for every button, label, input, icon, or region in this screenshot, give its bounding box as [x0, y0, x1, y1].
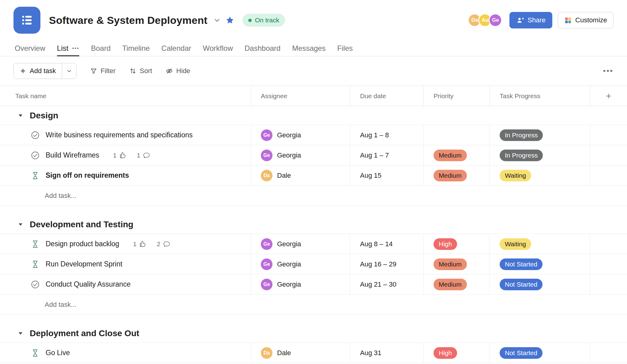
task-name[interactable]: Design product backlog [46, 240, 119, 248]
favorite-star-icon[interactable] [225, 16, 235, 25]
check-circle-icon[interactable] [31, 280, 40, 289]
column-header-priority[interactable]: Priority [424, 86, 490, 106]
check-circle-icon[interactable] [31, 151, 40, 160]
customize-button[interactable]: Customize [558, 12, 614, 28]
member-avatar-ge[interactable]: Ge [489, 13, 502, 27]
section-header-design[interactable]: Design [0, 106, 627, 125]
priority-badge[interactable]: Medium [434, 258, 467, 270]
tab-overview[interactable]: Overview [15, 40, 45, 56]
task-progress-cell[interactable]: Not Started [490, 343, 590, 363]
section-chevron-icon[interactable] [17, 330, 24, 337]
task-progress-cell[interactable]: Waiting [490, 165, 590, 185]
task-name[interactable]: Go Live [46, 349, 70, 357]
tab-timeline[interactable]: Timeline [122, 40, 150, 56]
like-count-badge[interactable]: 1 [113, 151, 127, 159]
hourglass-icon[interactable] [31, 240, 40, 249]
due-date-cell[interactable]: Aug 16 – 29 [350, 254, 424, 274]
priority-cell[interactable]: Medium [424, 165, 490, 185]
due-date-cell[interactable]: Aug 1 – 8 [350, 125, 424, 145]
tab-calendar[interactable]: Calendar [161, 40, 191, 56]
task-progress-badge[interactable]: Waiting [500, 238, 531, 250]
hide-button[interactable]: Hide [166, 67, 190, 75]
priority-badge[interactable]: Medium [434, 150, 467, 161]
assignee-cell[interactable]: GeGeorgia [251, 145, 350, 165]
task-progress-cell[interactable]: Waiting [490, 234, 590, 254]
task-row-write-business-requirements-and-specifications[interactable]: Write business requirements and specific… [0, 125, 627, 145]
task-row-go-live[interactable]: Go LiveDaDaleAug 31HighNot Started [0, 343, 627, 363]
due-date-cell[interactable]: Aug 31 [350, 343, 424, 363]
section-header-deployment-and-close-out[interactable]: Deployment and Close Out [0, 324, 627, 343]
filter-button[interactable]: Filter [90, 67, 116, 75]
assignee-cell[interactable]: GeGeorgia [251, 274, 350, 294]
task-progress-badge[interactable]: In Progress [500, 150, 543, 161]
priority-cell[interactable]: Medium [424, 274, 490, 294]
status-badge[interactable]: On track [242, 14, 285, 27]
add-task-row[interactable]: Add task... [0, 186, 627, 206]
due-date-cell[interactable]: Aug 1 – 7 [350, 145, 424, 165]
task-progress-badge[interactable]: Not Started [500, 258, 543, 270]
task-name[interactable]: Sign off on requirements [46, 171, 129, 180]
task-progress-cell[interactable]: Not Started [490, 254, 590, 274]
task-name[interactable]: Write business requirements and specific… [46, 131, 193, 139]
tab-dashboard[interactable]: Dashboard [245, 40, 280, 56]
tab-workflow[interactable]: Workflow [203, 40, 233, 56]
section-chevron-icon[interactable] [17, 221, 24, 228]
due-date-cell[interactable]: Aug 21 – 30 [350, 274, 424, 294]
tab-messages[interactable]: Messages [292, 40, 325, 56]
task-progress-cell[interactable]: In Progress [490, 145, 590, 165]
task-name[interactable]: Conduct Quality Assurance [46, 280, 130, 288]
tab-board[interactable]: Board [91, 40, 111, 56]
add-task-button[interactable]: Add task [14, 63, 62, 79]
project-icon[interactable] [13, 7, 40, 34]
task-progress-badge[interactable]: Not Started [500, 279, 543, 290]
task-progress-badge[interactable]: In Progress [500, 129, 543, 141]
section-chevron-icon[interactable] [17, 112, 24, 119]
priority-cell[interactable]: High [424, 234, 490, 254]
tab-options-icon[interactable]: ••• [72, 45, 79, 51]
task-row-build-wireframes[interactable]: Build Wireframes11GeGeorgiaAug 1 – 7Medi… [0, 145, 627, 165]
add-task-dropdown-button[interactable] [62, 63, 76, 79]
task-row-conduct-quality-assurance[interactable]: Conduct Quality AssuranceGeGeorgiaAug 21… [0, 274, 627, 295]
priority-badge[interactable]: Medium [434, 279, 467, 290]
hourglass-icon[interactable] [31, 348, 40, 358]
comment-count-badge[interactable]: 1 [137, 151, 151, 159]
task-row-sign-off-on-requirements[interactable]: Sign off on requirementsDaDaleAug 15Medi… [0, 165, 627, 186]
check-circle-icon[interactable] [31, 131, 40, 140]
assignee-cell[interactable]: DaDale [251, 165, 350, 185]
task-progress-cell[interactable]: Not Started [490, 274, 590, 294]
add-task-row[interactable]: Add task... [0, 295, 627, 315]
hourglass-icon[interactable] [31, 171, 40, 180]
priority-cell[interactable] [424, 125, 490, 145]
assignee-cell[interactable]: GeGeorgia [251, 254, 350, 274]
column-header-due-date[interactable]: Due date [350, 86, 424, 106]
task-name[interactable]: Build Wireframes [46, 151, 99, 159]
task-progress-cell[interactable]: In Progress [490, 125, 590, 145]
tab-files[interactable]: Files [337, 40, 353, 56]
column-header-task-progress[interactable]: Task Progress [490, 86, 590, 106]
priority-cell[interactable]: High [424, 343, 490, 363]
assignee-cell[interactable]: GeGeorgia [251, 234, 350, 254]
share-button[interactable]: Share [509, 12, 552, 28]
comment-count-badge[interactable]: 2 [157, 240, 171, 248]
priority-cell[interactable]: Medium [424, 254, 490, 274]
assignee-cell[interactable]: GeGeorgia [251, 125, 350, 145]
priority-badge[interactable]: High [434, 347, 457, 359]
column-header-task-name[interactable]: Task name [0, 86, 251, 106]
task-name[interactable]: Run Development Sprint [46, 260, 122, 268]
sort-button[interactable]: Sort [129, 67, 152, 75]
due-date-cell[interactable]: Aug 8 – 14 [350, 234, 424, 254]
hourglass-icon[interactable] [31, 260, 40, 269]
like-count-badge[interactable]: 1 [133, 240, 147, 248]
task-row-run-development-sprint[interactable]: Run Development SprintGeGeorgiaAug 16 – … [0, 254, 627, 274]
task-row-design-product-backlog[interactable]: Design product backlog12GeGeorgiaAug 8 –… [0, 234, 627, 254]
tab-list[interactable]: List••• [57, 40, 79, 56]
member-avatars[interactable]: DaAuGe [468, 13, 502, 27]
task-progress-badge[interactable]: Waiting [500, 170, 531, 181]
priority-cell[interactable]: Medium [424, 145, 490, 165]
add-column-button[interactable] [590, 86, 627, 106]
task-progress-badge[interactable]: Not Started [500, 347, 543, 359]
title-dropdown-chevron-icon[interactable] [213, 16, 221, 24]
column-header-assignee[interactable]: Assignee [251, 86, 350, 106]
priority-badge[interactable]: High [434, 238, 457, 250]
section-header-development-and-testing[interactable]: Development and Testing [0, 215, 627, 234]
